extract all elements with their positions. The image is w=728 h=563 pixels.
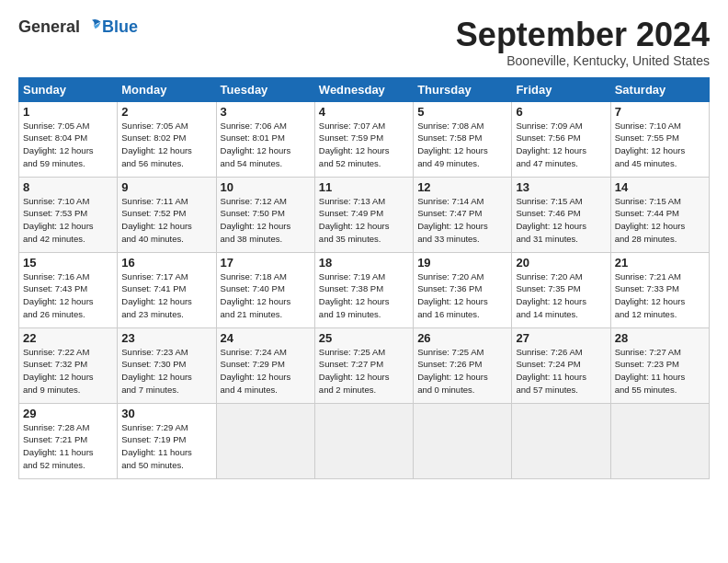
day-cell: 21Sunrise: 7:21 AM Sunset: 7:33 PM Dayli… xyxy=(610,252,709,327)
day-cell: 7Sunrise: 7:10 AM Sunset: 7:55 PM Daylig… xyxy=(610,101,709,177)
day-cell: 13Sunrise: 7:15 AM Sunset: 7:46 PM Dayli… xyxy=(512,177,610,252)
day-number: 13 xyxy=(516,180,606,194)
day-info: Sunrise: 7:20 AM Sunset: 7:35 PM Dayligh… xyxy=(516,270,606,321)
day-cell: 23Sunrise: 7:23 AM Sunset: 7:30 PM Dayli… xyxy=(118,327,216,403)
day-cell: 2Sunrise: 7:05 AM Sunset: 8:02 PM Daylig… xyxy=(118,101,216,177)
day-number: 17 xyxy=(221,256,311,270)
month-title: September 2024 xyxy=(456,17,710,53)
day-info: Sunrise: 7:16 AM Sunset: 7:43 PM Dayligh… xyxy=(23,270,113,321)
day-number: 23 xyxy=(121,331,211,345)
col-header-tuesday: Tuesday xyxy=(216,77,314,101)
day-cell: 29Sunrise: 7:28 AM Sunset: 7:21 PM Dayli… xyxy=(19,403,118,478)
day-cell: 18Sunrise: 7:19 AM Sunset: 7:38 PM Dayli… xyxy=(314,252,413,327)
day-number: 10 xyxy=(221,180,311,194)
col-header-friday: Friday xyxy=(512,77,610,101)
day-cell: 6Sunrise: 7:09 AM Sunset: 7:56 PM Daylig… xyxy=(512,101,610,177)
day-info: Sunrise: 7:10 AM Sunset: 7:53 PM Dayligh… xyxy=(23,195,113,246)
day-number: 2 xyxy=(121,105,211,119)
day-info: Sunrise: 7:15 AM Sunset: 7:44 PM Dayligh… xyxy=(615,195,705,246)
day-cell: 17Sunrise: 7:18 AM Sunset: 7:40 PM Dayli… xyxy=(216,252,314,327)
day-info: Sunrise: 7:29 AM Sunset: 7:19 PM Dayligh… xyxy=(121,421,211,472)
day-cell: 28Sunrise: 7:27 AM Sunset: 7:23 PM Dayli… xyxy=(610,327,709,403)
logo-general-text: General xyxy=(18,17,80,37)
day-number: 8 xyxy=(23,180,113,194)
day-info: Sunrise: 7:20 AM Sunset: 7:36 PM Dayligh… xyxy=(417,270,507,321)
day-cell: 22Sunrise: 7:22 AM Sunset: 7:32 PM Dayli… xyxy=(19,327,118,403)
day-number: 5 xyxy=(417,105,507,119)
day-info: Sunrise: 7:17 AM Sunset: 7:41 PM Dayligh… xyxy=(121,270,211,321)
day-cell xyxy=(512,403,610,478)
day-number: 11 xyxy=(319,180,409,194)
day-number: 18 xyxy=(319,256,409,270)
day-cell: 16Sunrise: 7:17 AM Sunset: 7:41 PM Dayli… xyxy=(118,252,216,327)
day-cell: 19Sunrise: 7:20 AM Sunset: 7:36 PM Dayli… xyxy=(414,252,512,327)
day-info: Sunrise: 7:28 AM Sunset: 7:21 PM Dayligh… xyxy=(23,421,113,472)
day-cell: 5Sunrise: 7:08 AM Sunset: 7:58 PM Daylig… xyxy=(414,101,512,177)
day-info: Sunrise: 7:14 AM Sunset: 7:47 PM Dayligh… xyxy=(417,195,507,246)
day-number: 6 xyxy=(516,105,606,119)
day-info: Sunrise: 7:27 AM Sunset: 7:23 PM Dayligh… xyxy=(615,346,705,396)
day-info: Sunrise: 7:15 AM Sunset: 7:46 PM Dayligh… xyxy=(516,195,606,246)
day-number: 9 xyxy=(121,180,211,194)
day-number: 29 xyxy=(23,407,113,420)
col-header-monday: Monday xyxy=(118,77,216,101)
day-number: 1 xyxy=(23,105,113,119)
col-header-saturday: Saturday xyxy=(610,77,709,101)
header-row: SundayMondayTuesdayWednesdayThursdayFrid… xyxy=(19,77,710,101)
day-cell: 26Sunrise: 7:25 AM Sunset: 7:26 PM Dayli… xyxy=(414,327,512,403)
logo: General Blue xyxy=(18,17,138,37)
day-number: 12 xyxy=(417,180,507,194)
day-number: 7 xyxy=(615,105,705,119)
week-row-2: 8Sunrise: 7:10 AM Sunset: 7:53 PM Daylig… xyxy=(19,177,710,252)
day-cell: 27Sunrise: 7:26 AM Sunset: 7:24 PM Dayli… xyxy=(512,327,610,403)
day-info: Sunrise: 7:12 AM Sunset: 7:50 PM Dayligh… xyxy=(221,195,311,246)
day-info: Sunrise: 7:22 AM Sunset: 7:32 PM Dayligh… xyxy=(23,346,113,396)
col-header-thursday: Thursday xyxy=(414,77,512,101)
day-number: 15 xyxy=(23,256,113,270)
logo-blue-text: Blue xyxy=(102,17,138,37)
day-info: Sunrise: 7:11 AM Sunset: 7:52 PM Dayligh… xyxy=(121,195,211,246)
day-cell xyxy=(610,403,709,478)
day-info: Sunrise: 7:06 AM Sunset: 8:01 PM Dayligh… xyxy=(221,120,311,170)
col-header-sunday: Sunday xyxy=(19,77,118,101)
day-number: 21 xyxy=(615,256,705,270)
day-number: 28 xyxy=(615,331,705,345)
day-cell: 30Sunrise: 7:29 AM Sunset: 7:19 PM Dayli… xyxy=(118,403,216,478)
day-number: 30 xyxy=(121,407,211,420)
day-number: 25 xyxy=(319,331,409,345)
day-cell: 1Sunrise: 7:05 AM Sunset: 8:04 PM Daylig… xyxy=(19,101,118,177)
day-info: Sunrise: 7:19 AM Sunset: 7:38 PM Dayligh… xyxy=(319,270,409,321)
day-info: Sunrise: 7:05 AM Sunset: 8:04 PM Dayligh… xyxy=(23,120,113,170)
day-cell: 9Sunrise: 7:11 AM Sunset: 7:52 PM Daylig… xyxy=(118,177,216,252)
day-cell: 12Sunrise: 7:14 AM Sunset: 7:47 PM Dayli… xyxy=(414,177,512,252)
title-block: September 2024 Booneville, Kentucky, Uni… xyxy=(456,17,710,68)
day-cell: 3Sunrise: 7:06 AM Sunset: 8:01 PM Daylig… xyxy=(216,101,314,177)
day-number: 14 xyxy=(615,180,705,194)
day-number: 22 xyxy=(23,331,113,345)
header: General Blue September 2024 Booneville, … xyxy=(18,17,710,68)
week-row-1: 1Sunrise: 7:05 AM Sunset: 8:04 PM Daylig… xyxy=(19,101,710,177)
week-row-3: 15Sunrise: 7:16 AM Sunset: 7:43 PM Dayli… xyxy=(19,252,710,327)
day-number: 16 xyxy=(121,256,211,270)
week-row-5: 29Sunrise: 7:28 AM Sunset: 7:21 PM Dayli… xyxy=(19,403,710,478)
day-info: Sunrise: 7:13 AM Sunset: 7:49 PM Dayligh… xyxy=(319,195,409,246)
day-cell: 14Sunrise: 7:15 AM Sunset: 7:44 PM Dayli… xyxy=(610,177,709,252)
day-cell xyxy=(216,403,314,478)
location: Booneville, Kentucky, United States xyxy=(456,53,710,68)
day-cell xyxy=(414,403,512,478)
day-number: 27 xyxy=(516,331,606,345)
day-cell: 25Sunrise: 7:25 AM Sunset: 7:27 PM Dayli… xyxy=(314,327,413,403)
day-number: 3 xyxy=(221,105,311,119)
day-cell: 10Sunrise: 7:12 AM Sunset: 7:50 PM Dayli… xyxy=(216,177,314,252)
day-info: Sunrise: 7:25 AM Sunset: 7:27 PM Dayligh… xyxy=(319,346,409,396)
main-container: General Blue September 2024 Booneville, … xyxy=(0,0,728,488)
day-info: Sunrise: 7:25 AM Sunset: 7:26 PM Dayligh… xyxy=(417,346,507,396)
day-cell: 15Sunrise: 7:16 AM Sunset: 7:43 PM Dayli… xyxy=(19,252,118,327)
day-number: 26 xyxy=(417,331,507,345)
day-cell: 4Sunrise: 7:07 AM Sunset: 7:59 PM Daylig… xyxy=(314,101,413,177)
day-cell xyxy=(314,403,413,478)
week-row-4: 22Sunrise: 7:22 AM Sunset: 7:32 PM Dayli… xyxy=(19,327,710,403)
day-info: Sunrise: 7:08 AM Sunset: 7:58 PM Dayligh… xyxy=(417,120,507,170)
day-info: Sunrise: 7:09 AM Sunset: 7:56 PM Dayligh… xyxy=(516,120,606,170)
day-cell: 8Sunrise: 7:10 AM Sunset: 7:53 PM Daylig… xyxy=(19,177,118,252)
